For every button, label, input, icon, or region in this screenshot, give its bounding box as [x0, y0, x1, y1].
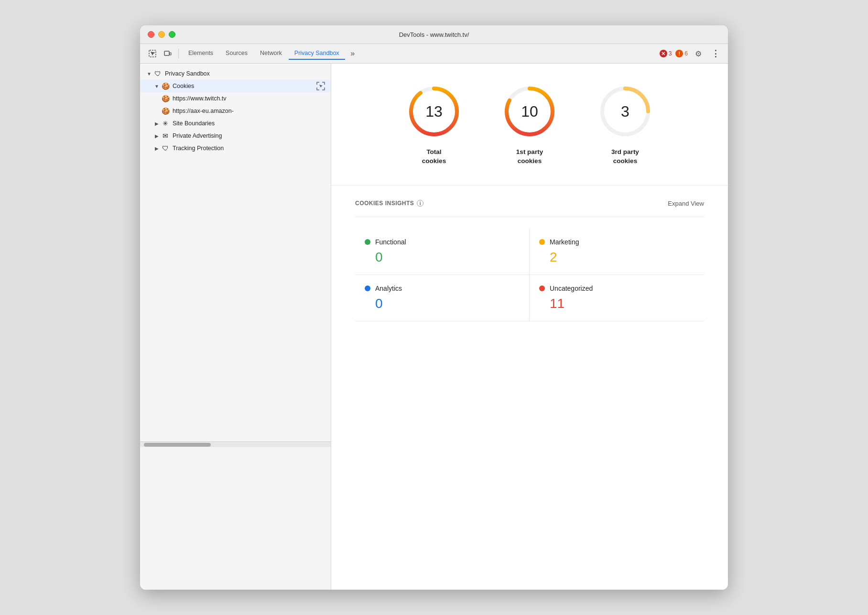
toolbar-right: ✕ 3 ! 6 ⚙ ⋮	[660, 47, 722, 60]
stat-first-party-label: 1st partycookies	[516, 148, 543, 166]
stats-section: 13 Totalcookies	[331, 64, 728, 186]
close-button[interactable]	[148, 31, 154, 38]
insight-header-uncategorized: Uncategorized	[539, 285, 694, 292]
insight-header-analytics: Analytics	[365, 285, 520, 292]
cookies-icon: 🍪	[161, 82, 170, 90]
sidebar-label-private-advertising: Private Advertising	[173, 132, 222, 139]
sidebar-label-amazon: https://aax-eu.amazon-	[173, 108, 234, 114]
toolbar-tabs: Elements Sources Network Privacy Sandbox…	[183, 47, 658, 60]
stat-third-party-number: 3	[621, 103, 629, 121]
tracking-protection-icon: 🛡	[161, 144, 170, 153]
insights-section: COOKIES INSIGHTS i Expand View Functiona…	[331, 186, 728, 590]
stat-total-number: 13	[425, 103, 443, 121]
sidebar-cookies-right	[316, 82, 325, 90]
svg-rect-2	[170, 53, 171, 55]
stat-third-party-label: 3rd partycookies	[611, 148, 639, 166]
more-options-icon[interactable]: ⋮	[709, 47, 722, 60]
cookies-select-icon[interactable]	[316, 82, 325, 90]
stat-total-label: Totalcookies	[422, 148, 446, 166]
main-panel: 13 Totalcookies	[331, 64, 728, 590]
insights-grid: Functional 0 Marketing 2	[355, 229, 704, 321]
more-tabs-icon[interactable]: »	[346, 47, 359, 60]
tab-network[interactable]: Network	[254, 47, 288, 60]
marketing-count: 2	[539, 250, 694, 265]
site-boundaries-icon: ✳	[161, 119, 170, 128]
marketing-name: Marketing	[550, 238, 579, 246]
insights-divider	[355, 217, 704, 217]
toolbar: Elements Sources Network Privacy Sandbox…	[140, 44, 728, 64]
stat-first-party-number: 10	[521, 103, 538, 121]
donut-total: 13	[405, 83, 463, 140]
sidebar-item-site-boundaries[interactable]: ✳ Site Boundaries	[140, 117, 331, 130]
sidebar-label-privacy-sandbox: Privacy Sandbox	[165, 70, 210, 77]
sidebar: 🛡 Privacy Sandbox 🍪 Cookies 🍪	[140, 64, 331, 590]
insight-cell-analytics: Analytics 0	[355, 275, 530, 321]
expand-arrow-private-advertising	[153, 132, 160, 139]
error-count: 3	[669, 50, 672, 57]
expand-arrow-tracking-protection	[153, 145, 160, 152]
functional-name: Functional	[375, 238, 406, 246]
main-content: 🛡 Privacy Sandbox 🍪 Cookies 🍪	[140, 64, 728, 590]
tab-elements[interactable]: Elements	[183, 47, 219, 60]
warning-count: 6	[684, 50, 688, 57]
insight-header-functional: Functional	[365, 238, 520, 246]
select-tool-icon[interactable]	[146, 47, 159, 60]
toolbar-divider-1	[178, 49, 179, 58]
insights-title: COOKIES INSIGHTS i	[355, 200, 423, 207]
sidebar-item-twitch[interactable]: 🍪 https://www.twitch.tv	[140, 92, 331, 105]
functional-dot	[365, 239, 370, 245]
functional-count: 0	[365, 250, 520, 265]
warning-icon: !	[675, 50, 683, 57]
stat-first-party: 10 1st partycookies	[501, 83, 558, 166]
stat-third-party: 3 3rd partycookies	[597, 83, 654, 166]
amazon-cookie-icon: 🍪	[161, 107, 170, 115]
donut-first-party: 10	[501, 83, 558, 140]
sidebar-scrollbar[interactable]	[140, 441, 331, 447]
maximize-button[interactable]	[169, 31, 175, 38]
expand-view-button[interactable]: Expand View	[668, 200, 704, 207]
minimize-button[interactable]	[158, 31, 165, 38]
sidebar-label-twitch: https://www.twitch.tv	[173, 95, 227, 102]
sidebar-scroll-thumb[interactable]	[144, 443, 211, 447]
sidebar-label-tracking-protection: Tracking Protection	[173, 145, 224, 152]
window-title: DevTools - www.twitch.tv/	[399, 31, 469, 38]
insights-header: COOKIES INSIGHTS i Expand View	[355, 200, 704, 207]
tab-privacy-sandbox[interactable]: Privacy Sandbox	[289, 47, 345, 60]
insight-cell-uncategorized: Uncategorized 11	[530, 275, 704, 321]
sidebar-label-cookies: Cookies	[173, 83, 194, 89]
uncategorized-name: Uncategorized	[550, 285, 593, 292]
expand-arrow-cookies	[153, 83, 160, 89]
insight-cell-functional: Functional 0	[355, 229, 530, 275]
traffic-lights	[148, 31, 175, 38]
titlebar: DevTools - www.twitch.tv/	[140, 25, 728, 44]
uncategorized-count: 11	[539, 296, 694, 311]
error-icon: ✕	[660, 50, 667, 57]
insights-info-icon[interactable]: i	[417, 200, 423, 207]
marketing-dot	[539, 239, 545, 245]
error-badge[interactable]: ✕ 3	[660, 50, 672, 57]
insight-cell-marketing: Marketing 2	[530, 229, 704, 275]
analytics-count: 0	[365, 296, 520, 311]
sidebar-label-site-boundaries: Site Boundaries	[173, 120, 215, 127]
warning-badge[interactable]: ! 6	[675, 50, 688, 57]
settings-icon[interactable]: ⚙	[692, 47, 705, 60]
devtools-window: DevTools - www.twitch.tv/ Elements Sourc…	[140, 25, 728, 590]
sidebar-item-cookies[interactable]: 🍪 Cookies	[140, 80, 331, 92]
sidebar-item-amazon[interactable]: 🍪 https://aax-eu.amazon-	[140, 105, 331, 117]
privacy-sandbox-icon: 🛡	[153, 69, 162, 78]
donut-third-party: 3	[597, 83, 654, 140]
sidebar-item-tracking-protection[interactable]: 🛡 Tracking Protection	[140, 142, 331, 154]
sidebar-item-private-advertising[interactable]: ✉ Private Advertising	[140, 130, 331, 142]
tab-sources[interactable]: Sources	[220, 47, 253, 60]
twitch-cookie-icon: 🍪	[161, 94, 170, 103]
uncategorized-dot	[539, 286, 545, 291]
stat-total-cookies: 13 Totalcookies	[405, 83, 463, 166]
private-advertising-icon: ✉	[161, 132, 170, 140]
analytics-name: Analytics	[375, 285, 402, 292]
analytics-dot	[365, 286, 370, 291]
expand-arrow-site-boundaries	[153, 120, 160, 127]
device-emulation-icon[interactable]	[161, 47, 174, 60]
svg-rect-1	[164, 51, 169, 55]
sidebar-item-privacy-sandbox[interactable]: 🛡 Privacy Sandbox	[140, 67, 331, 80]
insight-header-marketing: Marketing	[539, 238, 694, 246]
